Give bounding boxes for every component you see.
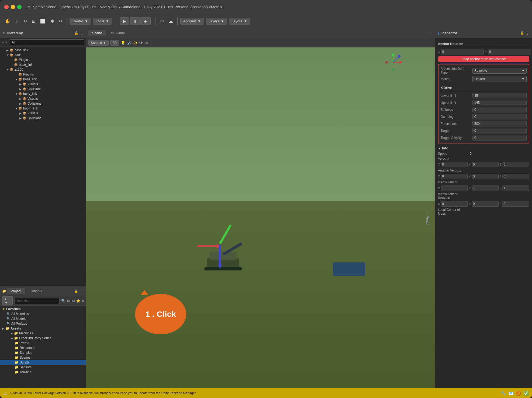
scale-tool-button[interactable]: ⊡ [30, 18, 37, 25]
list-item[interactable]: ▶ 📦 Collisions [0, 116, 86, 121]
hierarchy-more-icon[interactable]: ⋮ [80, 31, 84, 35]
stiffness-input[interactable] [472, 107, 527, 112]
filter3-icon[interactable]: ⭐ [76, 299, 80, 303]
close-button[interactable] [4, 5, 9, 9]
cloud-status-icon[interactable]: 📧 [508, 391, 514, 396]
lock-icon[interactable]: 🔒 [520, 31, 524, 35]
list-item[interactable]: ▶ 📦 base_link [0, 62, 86, 67]
target-input[interactable] [472, 128, 527, 133]
list-item[interactable]: ▶ 📦 base_link [0, 48, 86, 53]
inertia-y-item: Y 1 [469, 186, 498, 191]
account-dropdown[interactable]: Account ▼ [180, 18, 204, 25]
center-dropdown[interactable]: Center ▼ [70, 18, 91, 25]
list-item[interactable]: ▶ 📁 Machines [0, 331, 86, 336]
list-item[interactable]: ▼ 📦 zx200 [0, 67, 86, 72]
project-search-input[interactable] [14, 298, 60, 304]
list-item[interactable]: 📁 Prefab [0, 341, 86, 345]
maximize-button[interactable] [17, 5, 22, 9]
list-item[interactable]: 📁 Resources [0, 345, 86, 350]
damping-input[interactable] [472, 114, 527, 119]
list-item[interactable]: ▶ 📦 Collisions [0, 101, 86, 106]
transform-tool-button[interactable]: ✱ [49, 18, 56, 25]
list-item[interactable]: ▶ 📦 Visuals [0, 82, 86, 87]
project-tab[interactable]: Project [7, 288, 25, 294]
hand-tool-button[interactable]: ✋ [3, 18, 12, 25]
local-dropdown[interactable]: Local ▼ [93, 18, 112, 25]
list-item[interactable]: 🔍 All Prefabs [0, 321, 86, 326]
rotate-tool-button[interactable]: ↻ [22, 18, 29, 25]
sound-icon[interactable]: 🔊 [127, 41, 132, 45]
add-project-btn[interactable]: + ▼ [2, 296, 13, 306]
view-gizmo[interactable] [384, 53, 403, 72]
more-icon[interactable]: ⋮ [80, 289, 84, 293]
scene-view[interactable]: ← Persp 1 . Click [86, 47, 435, 388]
light-icon[interactable]: 💡 [121, 41, 125, 45]
snap-anchor-button[interactable]: Snap anchor to closest contact [438, 56, 529, 62]
list-item[interactable]: ▶ 📁 Other 3rd Party Series [0, 336, 86, 341]
scene-tab[interactable]: Scene [88, 30, 106, 36]
list-item[interactable]: ▶ 📦 Plugins [0, 57, 86, 62]
pause-button[interactable]: ⏸ [130, 17, 140, 25]
hierarchy-search-input[interactable] [9, 39, 84, 45]
lock-icon[interactable]: 🔒 [74, 289, 78, 293]
anchor-x-input[interactable] [441, 49, 484, 54]
check-icon[interactable]: ✅ [523, 391, 529, 396]
info-toggle[interactable]: ▼ Info [438, 145, 529, 151]
shading-dropdown[interactable]: Shaded ▼ [88, 40, 109, 46]
game-tab[interactable]: 🎮 Game [106, 30, 129, 36]
more-scene-icon[interactable]: ⋮ [150, 41, 153, 45]
step-button[interactable]: ⏭ [140, 17, 151, 25]
custom-tool-button[interactable]: ✂ [57, 18, 64, 25]
list-item[interactable]: ▼ 📦 boom_link [0, 106, 86, 111]
list-item[interactable]: 🔍 All Materials [0, 311, 86, 316]
hidden-icon[interactable]: 👁 [139, 41, 143, 45]
list-item[interactable]: 📁 Samples [0, 350, 86, 355]
object-icon: 📦 [23, 102, 26, 105]
list-item[interactable]: 📁 Sensors [0, 365, 86, 370]
more-icon[interactable]: ⋮ [526, 31, 529, 35]
play-button[interactable]: ▶ [120, 17, 129, 25]
list-item[interactable]: 📁 Terrains [0, 370, 86, 375]
svg-point-2 [399, 61, 402, 64]
motion-dropdown[interactable]: Limited ▼ [472, 76, 527, 82]
filter1-icon[interactable]: ⊞ [67, 299, 70, 303]
effects-icon[interactable]: ✨ [133, 41, 138, 45]
console-tab[interactable]: Console [26, 288, 46, 294]
list-item[interactable]: ▼ 📦 c30r [0, 53, 86, 57]
layout-dropdown[interactable]: Layout ▼ [229, 18, 250, 25]
list-item[interactable]: ★ Favorites [0, 307, 86, 311]
filter2-icon[interactable]: 🏷 [71, 299, 75, 303]
joint-type-dropdown[interactable]: Revolute ▼ [472, 68, 527, 74]
add-button[interactable]: + ▼ [2, 41, 8, 44]
list-item[interactable]: ▶ 📦 Plugins [0, 72, 86, 77]
grid-icon[interactable]: ⊞ [145, 41, 148, 45]
target-velocity-input[interactable] [472, 135, 527, 140]
anchor-y-input[interactable] [488, 49, 531, 54]
list-item[interactable]: ▶ 📦 Visuals [0, 96, 86, 101]
object-icon: 📦 [23, 97, 26, 101]
list-item[interactable]: ▶ 📦 Visuals [0, 111, 86, 116]
collab-icon[interactable]: 🔧 [501, 391, 506, 396]
list-item[interactable]: 📁 Scripts [0, 360, 86, 365]
list-item[interactable]: ▼ 📦 base_link [0, 77, 86, 82]
inertia-rot-x-item: X 0 [438, 201, 468, 207]
services-button[interactable]: ⚙ [158, 18, 165, 25]
upper-limit-input[interactable] [472, 100, 527, 105]
minimize-button[interactable] [11, 5, 15, 9]
list-item[interactable]: ▶ 📁 Assets [0, 326, 86, 331]
list-item[interactable]: 🔍 All Models [0, 316, 86, 321]
list-item[interactable]: ▼ 📦 body_link [0, 91, 86, 96]
hierarchy-menu-icon: ≡ [3, 31, 5, 35]
cloud-button[interactable]: ☁ [167, 18, 175, 25]
list-item[interactable]: ▶ 📦 Collisions [0, 87, 86, 91]
error-icon[interactable]: 🚫 [516, 391, 521, 396]
rect-tool-button[interactable]: ⬜ [39, 18, 47, 25]
2d-toggle[interactable]: 2D [110, 40, 119, 46]
move-tool-button[interactable]: ✛ [13, 18, 20, 25]
layers-dropdown[interactable]: Layers ▼ [206, 18, 227, 25]
lower-limit-input[interactable] [472, 93, 527, 98]
hierarchy-lock-icon[interactable]: 🔒 [74, 31, 78, 35]
more-icon[interactable]: ⋮ [429, 31, 433, 35]
force-limit-input[interactable] [472, 121, 527, 126]
list-item[interactable]: 📁 Scenes [0, 355, 86, 360]
